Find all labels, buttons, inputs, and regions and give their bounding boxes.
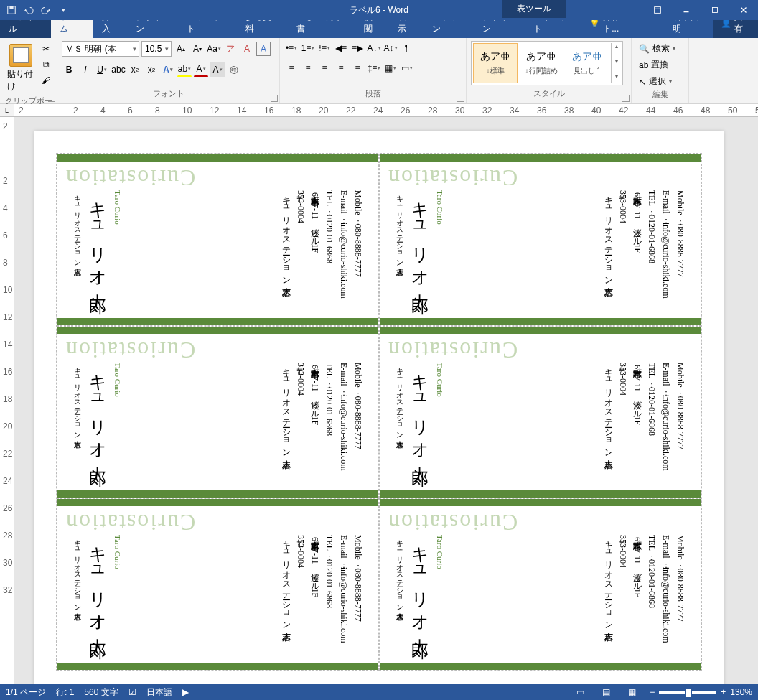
ribbon-options-icon[interactable]	[643, 0, 672, 20]
italic-button[interactable]: I	[78, 62, 93, 77]
watermark-text: Curiostation	[387, 337, 518, 363]
zoom-out-icon[interactable]: −	[650, 687, 655, 697]
group-label-font: フォント	[62, 88, 275, 101]
outdent-icon[interactable]: ◀≡	[334, 41, 348, 55]
horizontal-ruler[interactable]: L 22468101214161820222426283032343638404…	[0, 104, 758, 117]
style-heading1[interactable]: あア亜 見出し 1	[565, 43, 609, 83]
card-roman: Taro Curio	[436, 363, 444, 483]
card-postal: 〒353-0004	[294, 190, 307, 311]
align-left-icon[interactable]: ≡	[284, 61, 299, 75]
enclose-char-icon[interactable]: ㊕	[227, 62, 241, 77]
group-label-paragraph: 段落	[284, 88, 462, 101]
zoom-level[interactable]: 130%	[730, 687, 752, 697]
undo-icon[interactable]	[23, 4, 34, 16]
zoom-slider[interactable]	[659, 691, 716, 694]
cut-icon[interactable]: ✂	[39, 42, 52, 55]
card-email: E-mail：info@curio-shiki.com	[337, 190, 350, 311]
style-gallery[interactable]: あア亜 ↓標準 あア亜 ↓行間詰め あア亜 見出し 1 ▴▾▾	[471, 41, 623, 85]
font-size-combo[interactable]: 10.5	[141, 41, 172, 57]
align-right-icon[interactable]: ≡	[317, 61, 332, 75]
phonetic-guide-icon[interactable]: ア	[223, 42, 238, 56]
card-company: キュリオステーション志木店	[72, 363, 82, 483]
highlight-icon[interactable]: ab	[177, 62, 192, 77]
change-case-icon[interactable]: Aa	[207, 42, 221, 56]
minimize-icon[interactable]	[672, 0, 701, 20]
print-layout-icon[interactable]: ▤	[598, 686, 614, 699]
paste-button[interactable]: 貼り付け	[4, 41, 37, 95]
subscript-button[interactable]: x2	[128, 62, 142, 77]
read-mode-icon[interactable]: ▭	[572, 686, 588, 699]
macro-icon[interactable]: ▶	[182, 687, 189, 697]
card-addr-header: キュリオステーション志木店	[602, 535, 614, 655]
align-center-icon[interactable]: ≡	[301, 61, 315, 75]
card-tel: TEL：0120-01-6868	[323, 363, 335, 483]
card-tel: TEL：0120-01-6868	[645, 535, 658, 655]
style-gallery-more[interactable]: ▴▾▾	[611, 43, 621, 83]
document-canvas[interactable]: Curiostation キュリオステーション志木店 キュリオ太郎 Taro C…	[14, 117, 758, 684]
grow-font-icon[interactable]: A▴	[174, 42, 188, 56]
ltr-icon[interactable]: A↓	[367, 41, 381, 55]
maximize-icon[interactable]	[701, 0, 729, 20]
indent-icon[interactable]: ≡▶	[350, 41, 365, 55]
dialog-launcher-icon[interactable]	[48, 95, 55, 102]
status-line[interactable]: 行: 1	[56, 686, 74, 699]
numbering-icon[interactable]: 1≡	[301, 41, 315, 55]
font-name-combo[interactable]: ＭＳ 明朝 (本	[62, 41, 139, 57]
tab-selector[interactable]: L	[0, 104, 14, 116]
style-normal[interactable]: あア亜 ↓標準	[473, 43, 518, 83]
card-email: E-mail：info@curio-shiki.com	[337, 363, 350, 483]
business-card: Curiostation キュリオステーション志木店 キュリオ太郎 Taro C…	[379, 326, 701, 498]
dialog-launcher-icon[interactable]	[622, 95, 630, 102]
dialog-launcher-icon[interactable]	[457, 95, 464, 102]
superscript-button[interactable]: x2	[144, 62, 159, 77]
char-border-icon[interactable]: A	[256, 42, 271, 56]
style-nospacing[interactable]: あア亜 ↓行間詰め	[519, 43, 563, 83]
font-color-icon[interactable]: A	[194, 62, 208, 77]
shading-icon[interactable]: ▦	[383, 61, 398, 75]
status-words[interactable]: 560 文字	[84, 686, 118, 699]
find-button[interactable]: 🔍検索▾	[636, 41, 678, 56]
line-spacing-icon[interactable]: ‡≡	[367, 61, 381, 75]
qat-dropdown-icon[interactable]: ▾	[57, 4, 69, 16]
zoom-in-icon[interactable]: +	[721, 687, 726, 697]
card-postal: 〒353-0004	[294, 363, 307, 483]
char-shading-icon[interactable]: A	[210, 62, 225, 77]
redo-icon[interactable]	[40, 4, 52, 16]
card-address: 志木市本町 6-27-11 湊ビル 1F	[309, 535, 321, 655]
cursor-icon: ↖	[639, 77, 646, 87]
text-effects-icon[interactable]: A	[161, 62, 175, 77]
shrink-font-icon[interactable]: A▾	[190, 42, 205, 56]
borders-icon[interactable]: ▭	[400, 61, 414, 75]
save-icon[interactable]	[6, 4, 17, 16]
card-name: キュリオ太郎	[86, 363, 109, 483]
web-layout-icon[interactable]: ▦	[624, 686, 640, 699]
close-icon[interactable]	[729, 0, 758, 20]
multilevel-icon[interactable]: ⁝≡	[317, 41, 332, 55]
business-card: Curiostation キュリオステーション志木店 キュリオ太郎 Taro C…	[57, 498, 379, 671]
sort-icon[interactable]: A↕	[383, 41, 398, 55]
dialog-launcher-icon[interactable]	[271, 95, 278, 102]
card-roman: Taro Curio	[113, 535, 122, 655]
vertical-ruler[interactable]: 22468101214161820222426283032	[0, 117, 14, 684]
strike-button[interactable]: abc	[111, 62, 126, 77]
status-page[interactable]: 1/1 ページ	[6, 686, 46, 699]
showmarks-icon[interactable]: ¶	[400, 41, 414, 55]
select-button[interactable]: ↖選択▾	[636, 74, 675, 89]
format-painter-icon[interactable]: 🖌	[39, 74, 52, 87]
copy-icon[interactable]: ⧉	[39, 58, 52, 71]
bullets-icon[interactable]: •≡	[284, 41, 299, 55]
card-address: 志木市本町 6-27-11 湊ビル 1F	[631, 535, 643, 655]
proofing-icon[interactable]: ☑	[128, 687, 136, 697]
justify-icon[interactable]: ≡	[334, 61, 348, 75]
replace-button[interactable]: ab置換	[636, 57, 671, 73]
card-email: E-mail：info@curio-shiki.com	[660, 363, 672, 483]
card-roman: Taro Curio	[113, 363, 122, 483]
watermark-text: Curiostation	[65, 164, 195, 191]
status-language[interactable]: 日本語	[146, 686, 172, 699]
watermark-text: Curiostation	[387, 509, 518, 536]
clear-format-icon[interactable]: A	[240, 42, 254, 56]
card-roman: Taro Curio	[113, 190, 122, 311]
distribute-icon[interactable]: ≡	[350, 61, 365, 75]
bold-button[interactable]: B	[62, 62, 76, 77]
underline-button[interactable]: U	[95, 62, 109, 77]
